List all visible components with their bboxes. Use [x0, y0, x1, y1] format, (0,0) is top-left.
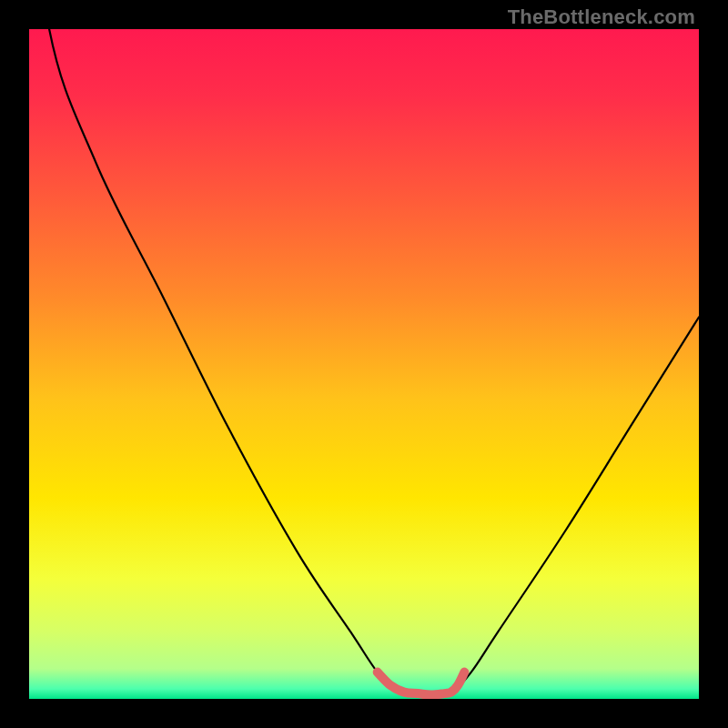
chart-curve — [29, 29, 699, 699]
watermark-text: TheBottleneck.com — [508, 5, 695, 29]
plot-area — [29, 29, 699, 699]
chart-frame: TheBottleneck.com — [0, 0, 728, 728]
